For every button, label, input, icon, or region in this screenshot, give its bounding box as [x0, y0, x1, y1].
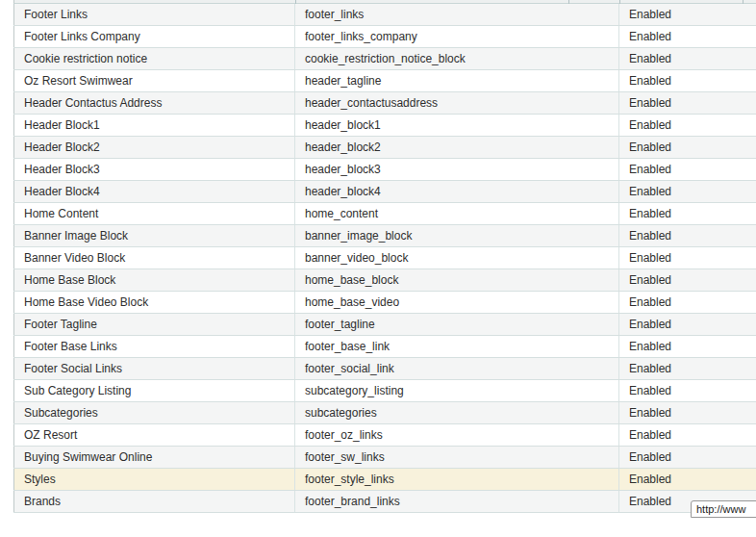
table-row[interactable]: Footer Base Links footer_base_link Enabl… [14, 336, 756, 358]
table-row[interactable]: Header Block3 header_block3 Enabled [14, 159, 756, 181]
title-cell: Banner Video Block [14, 247, 295, 269]
identifier-cell: header_block3 [295, 159, 619, 181]
title-cell: Cookie restriction notice [14, 48, 295, 70]
cms-blocks-grid: Footer Links footer_links Enabled Footer… [13, 4, 756, 513]
identifier-cell: footer_tagline [295, 314, 619, 336]
status-cell: Enabled [619, 269, 756, 292]
identifier-cell: header_contactusaddress [295, 92, 619, 115]
status-cell: Enabled [619, 225, 756, 247]
status-cell: Enabled [619, 424, 756, 447]
identifier-cell: home_base_block [295, 269, 619, 292]
table-row[interactable]: Header Contactus Address header_contactu… [14, 92, 756, 115]
title-cell: Home Base Block [14, 269, 295, 292]
table-row[interactable]: OZ Resort footer_oz_links Enabled [14, 424, 756, 447]
status-cell: Enabled [619, 247, 756, 269]
identifier-cell: banner_video_block [295, 247, 619, 269]
status-cell: Enabled [619, 402, 756, 424]
identifier-cell: subcategories [295, 402, 619, 424]
table-row[interactable]: Brands footer_brand_links Enabled [14, 491, 756, 513]
table-row[interactable]: Styles footer_style_links Enabled [14, 469, 756, 491]
identifier-cell: home_content [295, 203, 619, 225]
table-row[interactable]: Banner Image Block banner_image_block En… [14, 225, 756, 247]
status-cell: Enabled [619, 181, 756, 203]
table-row[interactable]: Footer Links footer_links Enabled [14, 4, 756, 26]
status-cell: Enabled [619, 380, 756, 402]
table-row[interactable]: Home Base Video Block home_base_video En… [14, 292, 756, 314]
status-cell: Enabled [619, 137, 756, 159]
status-cell: Enabled [619, 92, 756, 115]
identifier-cell: banner_image_block [295, 225, 619, 247]
status-cell: Enabled [619, 4, 756, 26]
identifier-cell: footer_links [295, 4, 619, 26]
title-cell: Buying Swimwear Online [14, 447, 295, 469]
status-cell: Enabled [619, 469, 756, 491]
title-cell: Brands [14, 491, 295, 513]
table-row[interactable]: Header Block2 header_block2 Enabled [14, 137, 756, 159]
table-row[interactable]: Sub Category Listing subcategory_listing… [14, 380, 756, 402]
table-row[interactable]: Banner Video Block banner_video_block En… [14, 247, 756, 269]
identifier-cell: cookie_restriction_notice_block [295, 48, 619, 70]
table-row[interactable]: Footer Links Company footer_links_compan… [14, 26, 756, 48]
status-cell: Enabled [619, 292, 756, 314]
table-row[interactable]: Home Base Block home_base_block Enabled [14, 269, 756, 292]
identifier-cell: header_block1 [295, 115, 619, 137]
title-cell: Footer Links [14, 4, 295, 26]
identifier-cell: header_block4 [295, 181, 619, 203]
table-row[interactable]: Cookie restriction notice cookie_restric… [14, 48, 756, 70]
title-cell: Sub Category Listing [14, 380, 295, 402]
table-row[interactable]: Footer Social Links footer_social_link E… [14, 358, 756, 380]
table-row[interactable]: Header Block4 header_block4 Enabled [14, 181, 756, 203]
status-cell: Enabled [619, 70, 756, 92]
table-row[interactable]: Home Content home_content Enabled [14, 203, 756, 225]
title-cell: Subcategories [14, 402, 295, 424]
status-cell: Enabled [619, 115, 756, 137]
title-cell: Home Base Video Block [14, 292, 295, 314]
table-row[interactable]: Subcategories subcategories Enabled [14, 402, 756, 424]
table-row[interactable]: Buying Swimwear Online footer_sw_links E… [14, 447, 756, 469]
title-cell: Banner Image Block [14, 225, 295, 247]
identifier-cell: footer_brand_links [295, 491, 619, 513]
title-cell: Footer Base Links [14, 336, 295, 358]
status-cell: Enabled [619, 447, 756, 469]
table-row[interactable]: Header Block1 header_block1 Enabled [14, 115, 756, 137]
status-cell: Enabled [619, 336, 756, 358]
title-cell: Footer Social Links [14, 358, 295, 380]
status-cell: Enabled [619, 26, 756, 48]
identifier-cell: home_base_video [295, 292, 619, 314]
title-cell: Header Contactus Address [14, 92, 295, 115]
link-preview-tooltip: http://www [691, 500, 756, 518]
status-cell: Enabled [619, 314, 756, 336]
identifier-cell: footer_style_links [295, 469, 619, 491]
title-cell: Styles [14, 469, 295, 491]
title-cell: Header Block4 [14, 181, 295, 203]
title-cell: Header Block3 [14, 159, 295, 181]
status-cell: Enabled [619, 203, 756, 225]
table-row[interactable]: Oz Resort Swimwear header_tagline Enable… [14, 70, 756, 92]
identifier-cell: footer_social_link [295, 358, 619, 380]
title-cell: OZ Resort [14, 424, 295, 447]
identifier-cell: subcategory_listing [295, 380, 619, 402]
status-cell: Enabled [619, 48, 756, 70]
identifier-cell: footer_links_company [295, 26, 619, 48]
title-cell: Header Block1 [14, 115, 295, 137]
identifier-cell: footer_base_link [295, 336, 619, 358]
identifier-cell: header_block2 [295, 137, 619, 159]
link-preview-url: http://www [696, 503, 745, 515]
status-cell: Enabled [619, 159, 756, 181]
title-cell: Footer Links Company [14, 26, 295, 48]
identifier-cell: footer_oz_links [295, 424, 619, 447]
title-cell: Home Content [14, 203, 295, 225]
title-cell: Footer Tagline [14, 314, 295, 336]
title-cell: Oz Resort Swimwear [14, 70, 295, 92]
title-cell: Header Block2 [14, 137, 295, 159]
identifier-cell: footer_sw_links [295, 447, 619, 469]
table-row[interactable]: Footer Tagline footer_tagline Enabled [14, 314, 756, 336]
grid-body: Footer Links footer_links Enabled Footer… [14, 4, 756, 513]
identifier-cell: header_tagline [295, 70, 619, 92]
status-cell: Enabled [619, 358, 756, 380]
